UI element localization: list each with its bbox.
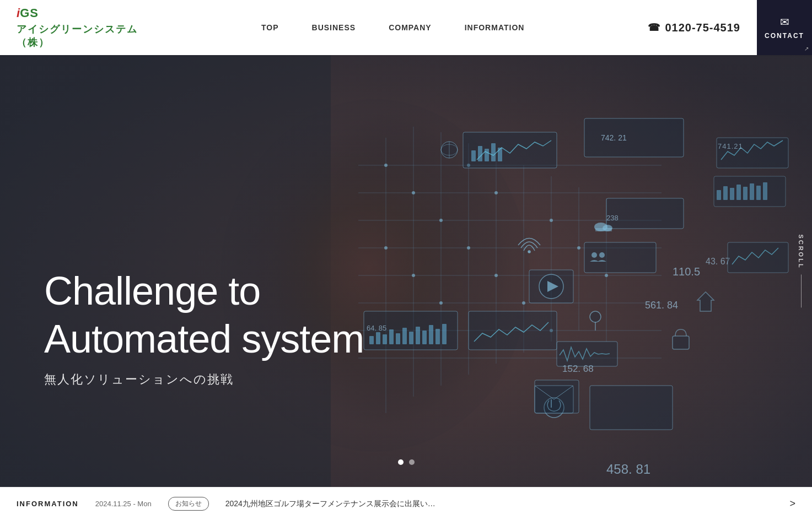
- arrow-corner-icon: ↗: [804, 46, 809, 52]
- logo-area: i GS アイシグリーンシステム（株）: [0, 6, 154, 49]
- hero-subtitle: 無人化ソリューションへの挑戦: [44, 371, 364, 388]
- contact-button[interactable]: ✉ CONTACT ↗: [757, 0, 812, 55]
- info-date: 2024.11.25 - Mon: [95, 500, 152, 508]
- phone-area: ☎ 0120-75-4519: [631, 21, 757, 34]
- info-bar-label: INFORMATION: [17, 500, 79, 508]
- info-bar: INFORMATION 2024.11.25 - Mon お知らせ 2024九州…: [0, 487, 812, 520]
- main-nav: TOP BUSINESS COMPANY INFORMATION: [154, 23, 631, 32]
- contact-label: CONTACT: [765, 32, 804, 40]
- info-badge: お知らせ: [168, 497, 209, 511]
- logo-gs: GS: [20, 6, 39, 20]
- mail-icon: ✉: [780, 15, 789, 29]
- scroll-indicator: SCROLL: [790, 234, 812, 307]
- logo-icon: i GS: [17, 6, 39, 20]
- slider-dot-1[interactable]: [398, 459, 404, 465]
- nav-information[interactable]: INFORMATION: [465, 23, 525, 32]
- hero-title-line2: Automated system: [44, 317, 364, 361]
- phone-number: 0120-75-4519: [665, 21, 740, 34]
- nav-business[interactable]: BUSINESS: [312, 23, 356, 32]
- hero-text: Challenge to Automated system 無人化ソリューション…: [44, 267, 364, 388]
- scroll-line: [801, 275, 802, 308]
- info-arrow-button[interactable]: >: [789, 498, 795, 510]
- hero-title-line1: Challenge to: [44, 269, 260, 313]
- nav-top[interactable]: TOP: [261, 23, 279, 32]
- header: i GS アイシグリーンシステム（株） TOP BUSINESS COMPANY…: [0, 0, 812, 55]
- scroll-text: SCROLL: [798, 234, 804, 269]
- slider-dots: [398, 459, 415, 465]
- info-news-text: 2024九州地区ゴルフ場ターフメンテナンス展示会に出展い…: [225, 499, 773, 509]
- nav-company[interactable]: COMPANY: [389, 23, 432, 32]
- logo-tagline: アイシグリーンシステム（株）: [17, 23, 138, 49]
- hero-section: 742. 21 238 110.5 561. 84 43. 67 152. 68…: [0, 55, 812, 487]
- phone-icon: ☎: [648, 21, 660, 34]
- hero-title: Challenge to Automated system: [44, 267, 364, 362]
- slider-dot-2[interactable]: [409, 459, 415, 465]
